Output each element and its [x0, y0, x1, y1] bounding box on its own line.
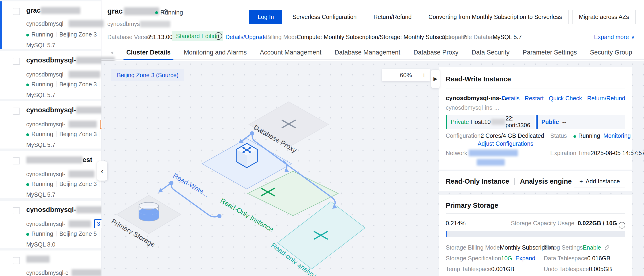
binlog-row: Binlog SettingsEnable: [544, 244, 610, 251]
cluster-status: Running: [155, 9, 183, 16]
add-instance-button[interactable]: +Add Instance: [574, 175, 625, 188]
cluster-list-item[interactable]: cynosdbmysql- cynosdbmysql-2 RunningBeij…: [0, 51, 101, 99]
data-tablespace-row: Data Tablespace0.016GB: [544, 255, 610, 262]
status-dot-icon: [26, 84, 29, 86]
temp-tablespace-row: Temp Tablespace0.001GB: [446, 266, 514, 273]
configuration-row: Configuration2 Cores/4 GB Dedicated: [446, 133, 544, 139]
header-actions: Log In Serverless Configuration Return/R…: [249, 10, 636, 24]
sidebar-collapse-button[interactable]: ‹: [97, 161, 107, 181]
tab-security-group[interactable]: Security Group: [590, 45, 632, 60]
divider: [56, 181, 56, 187]
status-dot-icon: [26, 34, 29, 36]
status-row: Status Running Monitoring: [550, 133, 631, 139]
cluster-id-subtitle: cynosdbmys: [107, 20, 170, 27]
chevron-down-icon: ∨: [631, 34, 635, 40]
primary-storage-card: Primary Storage 0.214% Storage Capacity …: [439, 195, 632, 276]
return-refund-button[interactable]: Return/Refund: [367, 10, 418, 24]
cluster-checkbox[interactable]: [13, 58, 20, 65]
monitoring-link[interactable]: Monitoring: [604, 133, 631, 139]
details-upgrade-link[interactable]: Details/Upgrade: [226, 34, 268, 40]
status-dot-icon: [26, 183, 29, 186]
cluster-checkbox[interactable]: [13, 257, 20, 264]
adjust-configurations-link[interactable]: Adjust Configurations: [478, 140, 534, 147]
cluster-list-item[interactable]: cynosdbmysql- cynosdbmysql-Renew Running…: [0, 101, 101, 148]
return-refund-link[interactable]: Return/Refund: [587, 95, 625, 102]
cluster-title: grac: [26, 6, 80, 14]
plus-icon: +: [579, 178, 583, 185]
divider: [100, 181, 100, 187]
tabs-scroll-left-icon[interactable]: ◂: [110, 49, 113, 56]
serverless-configuration-button[interactable]: Serverless Configuration: [286, 10, 363, 24]
storage-progress-bar: [446, 231, 625, 237]
console-page: grac cynosdbmysql- RunningBeijing Zone 3…: [0, 0, 644, 276]
undo-tablespace-row: Undo Tablespace0.005GB: [544, 266, 612, 273]
card-title: Read-Write Instance: [446, 75, 511, 83]
divider: [446, 88, 625, 88]
redacted-network-link[interactable]: [477, 159, 505, 166]
migrate-across-azs-button[interactable]: Migrate across AZs: [572, 10, 636, 24]
storage-usage: Storage Capacity Usage 0.022GB / 10G i: [511, 220, 625, 229]
redacted-text: [69, 20, 104, 27]
divider: [100, 32, 100, 37]
billing-mode-value: Compute: Monthly Subscription/Storage: M…: [297, 34, 467, 40]
info-icon[interactable]: i: [215, 32, 222, 40]
panel-collapse-button[interactable]: ▶: [431, 70, 440, 88]
network-label: Network: [446, 150, 467, 156]
expand-more-link[interactable]: Expand more∨: [594, 34, 635, 40]
address-row: Private Host:1022; port:3306 Public --: [446, 115, 625, 129]
cluster-list-item[interactable]: cynosdbmysql- cynosdbmysql-3Proxy Runnin…: [0, 201, 101, 248]
read-only-instance-card: Read-Only InstanceAnalysis engine +Add I…: [439, 171, 632, 191]
cluster-list-item[interactable]: cynosdbmysql-c: [0, 251, 101, 276]
redacted-text: [26, 256, 50, 263]
cluster-checkbox[interactable]: [13, 108, 20, 115]
status-dot-icon: [26, 133, 29, 136]
cluster-checkbox[interactable]: [13, 8, 20, 15]
status-dot-icon: [155, 11, 158, 14]
compatible-db-value: MySQL 5.7: [492, 34, 522, 40]
expiration-row: Expiration Time2025-08-05 14:57:57: [550, 150, 644, 156]
storage-cylinder-icon: [139, 202, 159, 221]
chevron-left-icon: ‹: [101, 166, 103, 176]
tab-database-management[interactable]: Database Management: [334, 45, 400, 60]
read-write-instance-card: Read-Write Instance cynosdbmysql-ins-...…: [439, 67, 632, 170]
details-link[interactable]: Details: [502, 95, 520, 102]
instance-name: cynosdbmysql-ins-...: [446, 95, 506, 102]
tab-account-management[interactable]: Account Management: [260, 45, 322, 60]
card-title: Primary Storage: [446, 202, 498, 209]
cluster-id: cynosdbmysql-: [26, 20, 104, 27]
tab-cluster-details[interactable]: Cluster Details: [126, 45, 170, 60]
edit-binlog-icon[interactable]: [604, 244, 610, 251]
tab-data-security[interactable]: Data Security: [472, 45, 510, 60]
diagram-zoom-control: − 60% +: [382, 69, 430, 81]
cluster-id: cynosdbmysql-2: [26, 70, 112, 79]
cluster-title: est: [26, 156, 92, 164]
divider: [56, 131, 56, 137]
convert-to-serverless-button[interactable]: Converting from Monthly Subscription to …: [422, 10, 568, 24]
info-icon[interactable]: i: [619, 222, 625, 229]
tab-monitoring-alarms[interactable]: Monitoring and Alarms: [184, 45, 247, 60]
redacted-text: [69, 121, 97, 128]
zone-badge: Beijing Zone 3 (Source): [111, 69, 184, 81]
cluster-list-item[interactable]: est cynosdbmysql-Renew RunningBeijing Zo…: [0, 151, 101, 198]
quick-check-link[interactable]: Quick Check: [549, 95, 582, 102]
restart-link[interactable]: Restart: [525, 95, 544, 102]
cluster-topology-area: Database Proxy Read-Write...: [102, 61, 644, 276]
redacted-text: [491, 119, 505, 125]
zoom-out-button[interactable]: −: [382, 69, 394, 81]
redacted-network-link[interactable]: [469, 150, 518, 156]
instance-actions: Details Restart Quick Check Return/Refun…: [502, 95, 625, 102]
cluster-title: [26, 256, 50, 263]
zoom-in-button[interactable]: +: [418, 69, 430, 81]
tab-parameter-settings[interactable]: Parameter Settings: [522, 45, 577, 60]
cluster-checkbox[interactable]: [13, 157, 20, 164]
divider: [514, 178, 515, 185]
divider: [100, 131, 100, 137]
expand-storage-link[interactable]: Expand: [515, 255, 535, 262]
cluster-list-sidebar: grac cynosdbmysql- RunningBeijing Zone 3…: [0, 0, 102, 276]
cluster-list-item[interactable]: grac cynosdbmysql- RunningBeijing Zone 3…: [0, 1, 101, 49]
tab-database-proxy[interactable]: Database Proxy: [414, 45, 458, 60]
log-in-button[interactable]: Log In: [249, 10, 282, 24]
cluster-checkbox[interactable]: [13, 207, 20, 214]
redacted-text: [69, 220, 91, 227]
divider: [446, 213, 625, 214]
